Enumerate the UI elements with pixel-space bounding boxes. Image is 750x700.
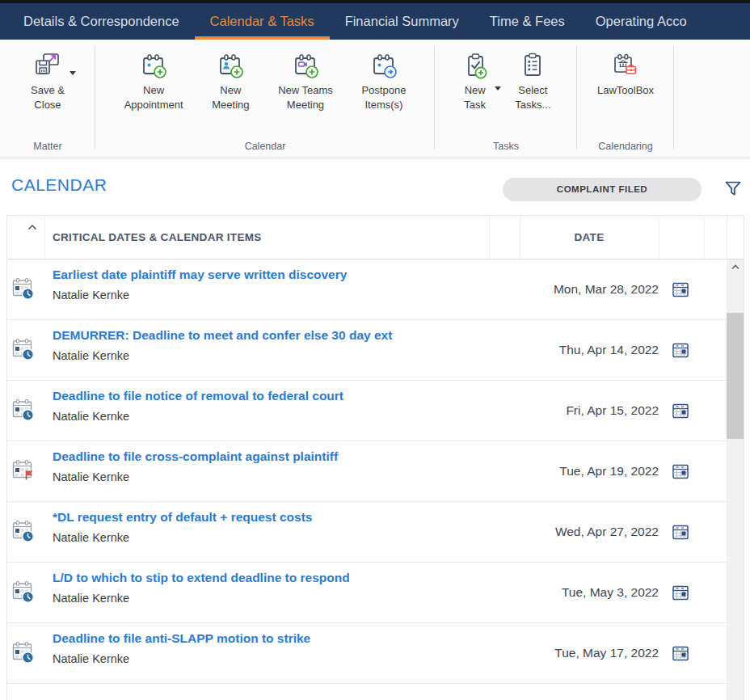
table-header: CRITICAL DATES & CALENDAR ITEMS DATE bbox=[7, 215, 744, 259]
table-row[interactable]: Deadline to file cross-complaint against… bbox=[7, 441, 744, 502]
column-divider bbox=[520, 216, 520, 259]
table-row[interactable]: Earliest date plaintiff may serve writte… bbox=[7, 259, 744, 320]
table-row[interactable]: Deadline to file anti-SLAPP motion to st… bbox=[7, 623, 744, 684]
item-date: Tue, May 3, 2022 bbox=[457, 563, 659, 622]
lawtoolbox-icon bbox=[612, 48, 639, 82]
column-divider bbox=[489, 216, 490, 259]
select-tasks-button[interactable]: Select Tasks... bbox=[515, 48, 550, 112]
item-owner: Natalie Kernke bbox=[53, 531, 129, 544]
appointment-clock-icon bbox=[11, 519, 36, 546]
item-title-link[interactable]: *DL request entry of default + request c… bbox=[53, 510, 312, 525]
item-title-link[interactable]: Deadline to file anti-SLAPP motion to st… bbox=[53, 631, 310, 646]
critical-dates-table: CRITICAL DATES & CALENDAR ITEMS DATE bbox=[6, 215, 744, 700]
appointment-clock-icon bbox=[11, 398, 36, 425]
new-appointment-button[interactable]: New Appointment bbox=[124, 48, 183, 112]
dropdown-arrow-icon[interactable] bbox=[495, 86, 501, 91]
item-title-link[interactable]: DEMURRER: Deadline to meet and confer el… bbox=[53, 328, 392, 343]
column-divider bbox=[727, 216, 727, 259]
scrollbar-thumb[interactable] bbox=[727, 313, 744, 439]
date-picker-icon[interactable] bbox=[672, 341, 689, 362]
item-date: Tue, Apr 19, 2022 bbox=[457, 441, 659, 501]
item-date: Tue, May 17, 2022 bbox=[457, 623, 659, 683]
save-close-icon bbox=[33, 48, 62, 82]
column-divider bbox=[704, 216, 705, 259]
new-task-label: New Task bbox=[464, 83, 486, 112]
funnel-icon bbox=[723, 179, 744, 200]
dropdown-arrow-icon[interactable] bbox=[70, 71, 76, 75]
tab-details-correspondence[interactable]: Details & Correspondence bbox=[8, 3, 195, 40]
vertical-scrollbar[interactable] bbox=[727, 259, 744, 700]
lawtoolbox-button[interactable]: LawToolBox bbox=[597, 48, 654, 98]
appointment-clock-icon bbox=[11, 640, 36, 668]
ribbon-group-label-calendar: Calendar bbox=[95, 141, 435, 152]
item-owner: Natalie Kernke bbox=[53, 652, 129, 665]
item-owner: Natalie Kernke bbox=[53, 410, 129, 423]
postpone-items-icon bbox=[370, 48, 398, 82]
column-divider bbox=[659, 216, 659, 259]
appointment-clock-icon bbox=[11, 580, 36, 607]
item-title-link[interactable]: Deadline to file cross-complaint against… bbox=[53, 449, 338, 464]
new-teams-meeting-icon bbox=[292, 48, 319, 82]
date-picker-icon[interactable] bbox=[672, 584, 689, 605]
new-meeting-icon bbox=[217, 48, 244, 82]
new-meeting-label: New Meeting bbox=[212, 83, 249, 112]
item-owner: Natalie Kernke bbox=[53, 289, 129, 302]
new-meeting-button[interactable]: New Meeting bbox=[212, 48, 249, 112]
item-title-link[interactable]: L/D to which to stip to extend deadline … bbox=[53, 571, 350, 585]
item-date: Wed, Apr 27, 2022 bbox=[457, 502, 659, 562]
ribbon: Save & Close Matter bbox=[0, 40, 750, 158]
scroll-up-icon[interactable] bbox=[727, 264, 744, 271]
date-picker-icon[interactable] bbox=[672, 523, 689, 544]
new-teams-meeting-button[interactable]: New Teams Meeting bbox=[278, 48, 333, 112]
save-close-button[interactable]: Save & Close bbox=[31, 48, 65, 112]
item-date: Thu, Apr 14, 2022 bbox=[457, 320, 659, 380]
select-tasks-label: Select Tasks... bbox=[515, 83, 550, 112]
postpone-items-label: Postpone Items(s) bbox=[361, 83, 406, 112]
calendar-panel: CALENDAR COMPLAINT FILED CRITICAL DATES … bbox=[0, 159, 750, 700]
item-date: Mon, Mar 28, 2022 bbox=[457, 259, 659, 319]
appointment-clock-icon bbox=[11, 337, 36, 365]
sort-ascending-icon[interactable] bbox=[27, 220, 38, 234]
new-task-button[interactable]: New Task bbox=[461, 48, 489, 112]
tab-calendar-tasks[interactable]: Calendar & Tasks bbox=[195, 3, 330, 40]
postpone-items-button[interactable]: Postpone Items(s) bbox=[361, 48, 406, 112]
ribbon-group-calendar: New Appointment New bbox=[95, 40, 435, 158]
filter-button[interactable] bbox=[723, 179, 744, 200]
tab-bar: Details & Correspondence Calendar & Task… bbox=[0, 3, 750, 40]
ribbon-group-label-calendaring: Calendaring bbox=[577, 141, 674, 152]
select-tasks-icon bbox=[519, 48, 546, 82]
ribbon-group-calendaring: LawToolBox Calendaring bbox=[577, 40, 674, 158]
column-header-items[interactable]: CRITICAL DATES & CALENDAR ITEMS bbox=[53, 216, 262, 259]
date-picker-icon[interactable] bbox=[672, 280, 689, 302]
new-appointment-label: New Appointment bbox=[124, 83, 183, 112]
panel-title: CALENDAR bbox=[11, 175, 107, 195]
item-owner: Natalie Kernke bbox=[53, 592, 129, 605]
date-picker-icon[interactable] bbox=[672, 462, 689, 483]
appointment-flag-icon bbox=[11, 458, 36, 486]
column-header-date[interactable]: DATE bbox=[520, 216, 659, 259]
table-rows: Earliest date plaintiff may serve writte… bbox=[7, 259, 744, 684]
new-appointment-icon bbox=[140, 48, 167, 82]
appointment-clock-icon bbox=[11, 276, 36, 304]
ribbon-group-tasks: New Task Select Tasks... bbox=[435, 40, 577, 158]
tab-operating-account[interactable]: Operating Acco bbox=[580, 3, 702, 40]
status-badge-complaint-filed[interactable]: COMPLAINT FILED bbox=[503, 178, 702, 201]
table-row[interactable]: DEMURRER: Deadline to meet and confer el… bbox=[7, 320, 744, 381]
item-owner: Natalie Kernke bbox=[53, 349, 129, 362]
ribbon-group-label-matter: Matter bbox=[0, 141, 95, 152]
ribbon-group-matter: Save & Close Matter bbox=[0, 40, 95, 158]
table-row[interactable]: *DL request entry of default + request c… bbox=[7, 502, 744, 563]
table-row[interactable]: Deadline to file notice of removal to fe… bbox=[7, 381, 744, 441]
date-picker-icon[interactable] bbox=[672, 402, 689, 423]
tab-time-fees[interactable]: Time & Fees bbox=[474, 3, 580, 40]
new-teams-meeting-label: New Teams Meeting bbox=[278, 83, 333, 112]
date-picker-icon[interactable] bbox=[672, 644, 689, 665]
item-date: Fri, Apr 15, 2022 bbox=[457, 381, 659, 441]
item-title-link[interactable]: Earliest date plaintiff may serve writte… bbox=[53, 268, 347, 282]
matter-window: Details & Correspondence Calendar & Task… bbox=[0, 0, 750, 700]
table-row[interactable]: L/D to which to stip to extend deadline … bbox=[7, 563, 744, 623]
column-divider bbox=[44, 216, 45, 259]
item-title-link[interactable]: Deadline to file notice of removal to fe… bbox=[53, 389, 343, 403]
tab-financial-summary[interactable]: Financial Summary bbox=[330, 3, 474, 40]
item-owner: Natalie Kernke bbox=[53, 470, 129, 483]
